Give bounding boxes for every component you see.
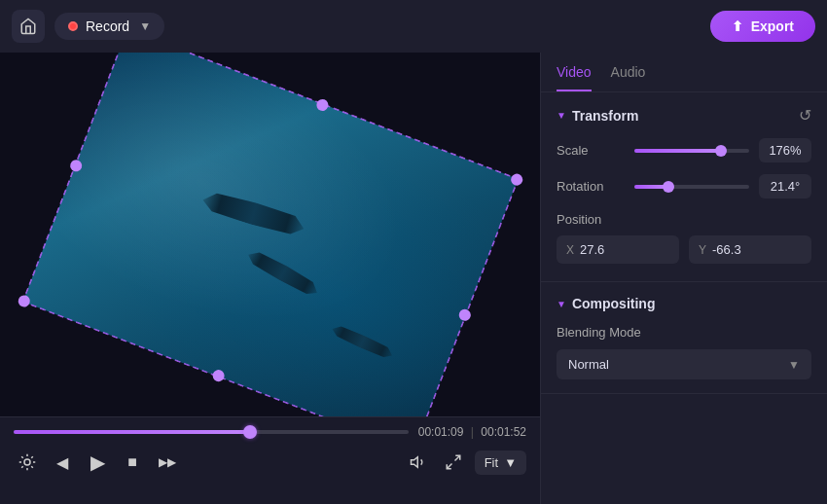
transform-section: ▼ Transform ↺ Scale 176% Rotation bbox=[541, 92, 827, 282]
scale-value[interactable]: 176% bbox=[759, 138, 811, 162]
rotation-value[interactable]: 21.4° bbox=[759, 174, 811, 198]
main-content: 00:01:09 | 00:01:52 ◀ ▶ ■ ▶▶ bbox=[0, 53, 827, 504]
compositing-header: ▼ Compositing bbox=[557, 296, 811, 311]
controls-bar: 00:01:09 | 00:01:52 ◀ ▶ ■ ▶▶ bbox=[0, 416, 540, 504]
rewind-button[interactable]: ◀ bbox=[49, 449, 76, 476]
rotation-slider[interactable] bbox=[634, 185, 749, 189]
compositing-arrow-icon: ▼ bbox=[557, 299, 566, 309]
position-inputs: X 27.6 Y -66.3 bbox=[557, 235, 811, 264]
progress-fill bbox=[14, 430, 250, 434]
current-time: 00:01:09 bbox=[418, 425, 464, 439]
export-icon: ⬆ bbox=[732, 18, 743, 34]
scale-label: Scale bbox=[557, 143, 625, 158]
fit-dropdown[interactable]: Fit ▼ bbox=[475, 450, 526, 475]
pos-x-value: 27.6 bbox=[580, 242, 604, 257]
svg-point-0 bbox=[24, 459, 30, 465]
record-button[interactable]: Record ▼ bbox=[54, 13, 164, 40]
transform-reset-button[interactable]: ↺ bbox=[799, 106, 811, 125]
transform-header: ▼ Transform ↺ bbox=[557, 106, 811, 125]
home-button[interactable] bbox=[12, 10, 45, 43]
fit-chevron-icon: ▼ bbox=[504, 455, 517, 470]
right-controls: Fit ▼ bbox=[405, 449, 526, 476]
blending-mode-dropdown[interactable]: Normal ▼ bbox=[557, 349, 811, 379]
playback-controls: ◀ ▶ ■ ▶▶ bbox=[14, 449, 526, 476]
svg-marker-1 bbox=[411, 457, 417, 468]
blend-chevron-icon: ▼ bbox=[788, 358, 800, 372]
record-chevron-icon: ▼ bbox=[139, 19, 151, 33]
position-label: Position bbox=[557, 212, 601, 227]
screenshot-button[interactable] bbox=[14, 449, 41, 476]
fullscreen-button[interactable] bbox=[440, 449, 467, 476]
pos-y-value: -66.3 bbox=[712, 242, 741, 257]
time-display: 00:01:09 | 00:01:52 bbox=[418, 425, 526, 439]
video-canvas bbox=[0, 53, 540, 416]
fit-label: Fit bbox=[485, 455, 498, 470]
right-panel: Video Audio ▼ Transform ↺ Scale bbox=[540, 53, 827, 504]
transform-title: ▼ Transform bbox=[557, 108, 638, 124]
record-label: Record bbox=[86, 18, 129, 34]
shark-1 bbox=[192, 182, 313, 247]
compositing-section: ▼ Compositing Blending Mode Normal ▼ bbox=[541, 282, 827, 394]
progress-area: 00:01:09 | 00:01:52 bbox=[14, 425, 526, 439]
scale-row: Scale 176% bbox=[557, 138, 811, 162]
shark-3 bbox=[325, 318, 400, 366]
record-indicator bbox=[68, 21, 78, 31]
shark-2 bbox=[237, 241, 326, 305]
blending-mode-label: Blending Mode bbox=[557, 325, 641, 340]
scale-thumb[interactable] bbox=[715, 145, 727, 157]
video-area: 00:01:09 | 00:01:52 ◀ ▶ ■ ▶▶ bbox=[0, 53, 540, 504]
panel-tabs: Video Audio bbox=[541, 53, 827, 92]
pos-y-label: Y bbox=[699, 243, 706, 257]
scale-fill bbox=[634, 149, 721, 153]
pos-x-input[interactable]: X 27.6 bbox=[557, 235, 679, 264]
progress-thumb[interactable] bbox=[243, 425, 257, 439]
pos-x-label: X bbox=[566, 243, 574, 257]
volume-button[interactable] bbox=[405, 449, 432, 476]
topbar: Record ▼ ⬆ Export bbox=[0, 0, 827, 53]
export-button[interactable]: ⬆ Export bbox=[710, 11, 815, 42]
video-frame bbox=[22, 53, 518, 416]
play-button[interactable]: ▶ bbox=[84, 449, 111, 476]
stop-button[interactable]: ■ bbox=[119, 449, 146, 476]
tab-audio[interactable]: Audio bbox=[611, 64, 646, 91]
total-time: 00:01:52 bbox=[481, 425, 526, 439]
rotation-label: Rotation bbox=[557, 179, 625, 194]
topbar-left: Record ▼ bbox=[12, 10, 164, 43]
export-label: Export bbox=[751, 18, 794, 34]
compositing-title: ▼ Compositing bbox=[557, 296, 655, 311]
pos-y-input[interactable]: Y -66.3 bbox=[689, 235, 811, 264]
transform-arrow-icon: ▼ bbox=[557, 110, 566, 121]
rotation-row: Rotation 21.4° bbox=[557, 174, 811, 198]
position-row: Position X 27.6 Y -66.3 bbox=[557, 210, 811, 264]
blending-mode-value: Normal bbox=[568, 357, 609, 372]
scale-slider[interactable] bbox=[634, 149, 749, 153]
blending-row: Blending Mode bbox=[557, 325, 811, 340]
svg-line-3 bbox=[447, 464, 451, 469]
rotation-thumb[interactable] bbox=[663, 181, 674, 193]
left-controls: ◀ ▶ ■ ▶▶ bbox=[14, 449, 181, 476]
progress-track[interactable] bbox=[14, 430, 409, 434]
forward-button[interactable]: ▶▶ bbox=[154, 449, 181, 476]
svg-line-2 bbox=[454, 455, 459, 460]
tab-video[interactable]: Video bbox=[557, 64, 592, 91]
time-separator: | bbox=[471, 425, 474, 439]
